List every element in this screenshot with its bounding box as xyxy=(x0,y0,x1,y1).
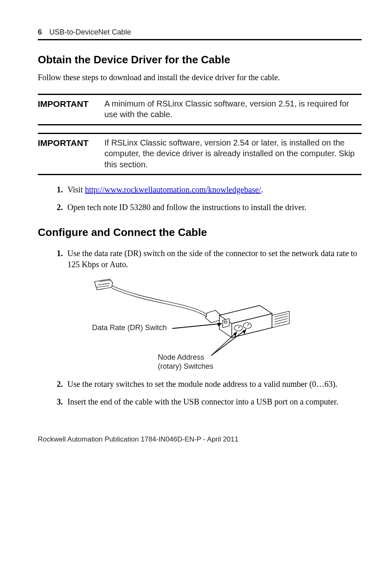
svg-rect-2 xyxy=(224,321,227,323)
publication-footer: Rockwell Automation Publication 1784-IN0… xyxy=(38,435,362,444)
svg-line-5 xyxy=(211,332,237,356)
cable-diagram: Data Rate (DR) Switch Node Address (rota… xyxy=(92,277,362,372)
section2-steps-list: Use the data rate (DR) switch on the sid… xyxy=(38,248,362,407)
running-header: 6 USB-to-DeviceNet Cable xyxy=(38,28,362,40)
step-text-prefix: Visit xyxy=(67,185,85,194)
important-callout-2: IMPORTANT If RSLinx Classic software, ve… xyxy=(38,133,362,175)
important-callout-1: IMPORTANT A minimum of RSLinx Classic so… xyxy=(38,94,362,125)
callout-body: A minimum of RSLinx Classic software, ve… xyxy=(104,98,362,120)
doc-running-title: USB-to-DeviceNet Cable xyxy=(49,28,131,37)
step-text-suffix: . xyxy=(261,185,263,194)
step-text: Insert the end of the cable with the USB… xyxy=(67,397,338,406)
step-1-data-rate-switch: Use the data rate (DR) switch on the sid… xyxy=(65,248,362,372)
callout-label: IMPORTANT xyxy=(38,137,104,148)
step-text: Open tech note ID 53280 and follow the i… xyxy=(67,203,307,212)
callout-body: If RSLinx Classic software, version 2.54… xyxy=(104,137,362,170)
step-text: Use the data rate (DR) switch on the sid… xyxy=(67,249,357,269)
knowledgebase-link[interactable]: http://www.rockwellautomation.com/knowle… xyxy=(85,185,261,194)
cable-connector-diagram-svg: Data Rate (DR) Switch Node Address (rota… xyxy=(92,277,306,372)
page-number: 6 xyxy=(38,28,42,37)
diagram-label-dr-switch: Data Rate (DR) Switch xyxy=(92,324,167,332)
step-1-visit-kb: Visit http://www.rockwellautomation.com/… xyxy=(65,184,362,195)
section-heading-configure-connect: Configure and Connect the Cable xyxy=(38,226,362,239)
step-2-open-technote: Open tech note ID 53280 and follow the i… xyxy=(65,202,362,213)
section1-lead-paragraph: Follow these steps to download and insta… xyxy=(38,72,362,83)
step-3-insert-usb: Insert the end of the cable with the USB… xyxy=(65,396,362,407)
svg-line-3 xyxy=(172,324,222,328)
section1-steps-list: Visit http://www.rockwellautomation.com/… xyxy=(38,184,362,213)
diagram-label-node-address-1: Node Address xyxy=(158,353,204,361)
step-text: Use the rotary switches to set the modul… xyxy=(67,379,337,388)
step-2-rotary-switches: Use the rotary switches to set the modul… xyxy=(65,379,362,390)
callout-label: IMPORTANT xyxy=(38,98,104,109)
diagram-label-node-address-2: (rotary) Switches xyxy=(158,362,213,370)
section-heading-obtain-driver: Obtain the Device Driver for the Cable xyxy=(38,53,362,66)
